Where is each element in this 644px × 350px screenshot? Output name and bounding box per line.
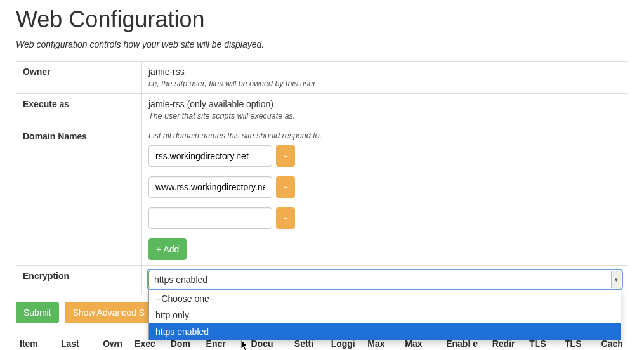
page-title: Web Configuration [16,6,628,33]
domain-input-1[interactable] [148,176,272,198]
show-advanced-button[interactable]: Show Advanced S [65,302,152,323]
execute-as-value: jamie-rss (only available option) [148,99,621,109]
column-header-0: Item Statu [16,335,57,350]
domains-hint: List all domain names this site should r… [148,131,621,140]
submit-button[interactable]: Submit [16,302,59,323]
owner-value: jamie-rss [148,67,621,77]
encryption-select[interactable]: https enabled ▾ [148,271,621,288]
remove-domain-button-0[interactable]: - [276,145,295,167]
encryption-option-http-only[interactable]: http only [149,307,621,323]
page-subtitle: Web configuration controls how your web … [16,39,628,49]
owner-cell: jamie-rss i.e, the sftp user, files will… [142,62,628,94]
domain-input-2[interactable] [148,207,272,229]
config-form-table: Owner jamie-rss i.e, the sftp user, file… [16,61,628,294]
encryption-cell: https enabled ▾ --Choose one-- http only… [142,266,628,294]
remove-domain-button-1[interactable]: - [276,176,295,198]
add-domain-button[interactable]: + Add [148,238,187,260]
encryption-selected-value: https enabled [154,275,207,285]
encryption-option-choose[interactable]: --Choose one-- [149,290,621,307]
remove-domain-button-2[interactable]: - [276,207,295,229]
encryption-dropdown: --Choose one-- http only https enabled [148,290,621,340]
column-header-2: Owne r [99,335,131,350]
domains-cell: List all domain names this site should r… [142,126,628,266]
execute-as-hint: The user that site scripts will execuate… [148,112,621,120]
execute-as-label: Execute as [16,94,142,126]
owner-hint: i.e, the sftp user, files will be owned … [148,79,621,88]
chevron-down-icon: ▾ [611,271,621,288]
column-header-1: Last Modif [57,335,99,350]
execute-as-cell: jamie-rss (only available option) The us… [142,94,628,126]
encryption-label: Encryption [16,266,142,294]
owner-label: Owner [16,62,142,94]
domain-input-0[interactable] [148,145,272,167]
domains-label: Domain Names [16,126,142,266]
encryption-option-https-enabled[interactable]: https enabled [149,323,621,340]
